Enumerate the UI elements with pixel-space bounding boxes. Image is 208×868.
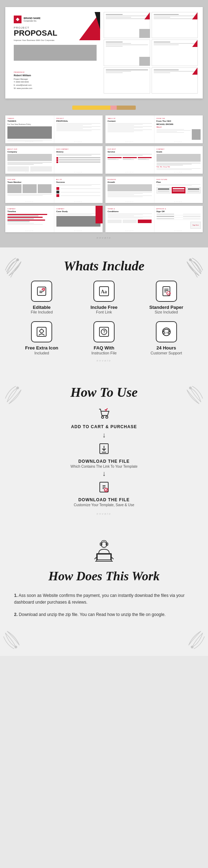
page-signoff: Approve & Sign Off [154,206,203,232]
step-download2-desc: Customize Your Template, Save & Use [74,503,134,507]
page-thanks: Thanks THANKS For Your New Business Poli… [5,115,54,144]
pages-row-2: About Our Company envato Our Company His… [5,146,203,174]
cover-thumbnails [104,12,198,94]
svg-rect-14 [37,327,46,336]
include-extra-icon: Free Extra Icon Included [14,321,69,355]
step-download2: DOWNLOAD THE FILE Customize Your Templat… [74,478,134,507]
cover-left: BRAND NAME Corporate Inc. PROJECT PROPOS… [10,12,100,94]
include-grid: Editable File Included Aa Include Free F… [0,277,208,355]
case-img [56,216,101,227]
svg-text:Aa: Aa [101,289,107,294]
support-icon-box: 24 [156,321,177,342]
font-subtitle: Font Link [96,310,112,314]
step-download1-title: DOWNLOAD THE FILE [78,459,130,464]
thumb-lines-5 [104,68,149,75]
svg-point-34 [104,488,108,492]
goals-img [157,154,201,162]
pencil-decoration [72,106,136,110]
page-case-study: Company Case Study envato [54,206,103,232]
floral-how-right [176,381,204,406]
spread-timeline: Company Timeline envato Company [5,206,103,232]
support-icon: 24 [161,326,172,337]
work-person-icon-container [90,538,118,566]
how-work-title: How Does This Work [7,569,201,583]
step-download1-desc: Which Contains The Link To Your Template [71,465,137,468]
extra-icon-title: Free Extra Icon [25,345,58,351]
work-point-2: 2. Download and unzip the zip file. You … [14,611,194,618]
plan-box-1 [157,187,171,193]
growth-img [108,184,152,191]
download-icon [98,442,110,455]
paper-subtitle: Size Included [155,310,178,314]
step-arrow-1: ↓ [102,431,106,438]
floral-left-decoration [4,253,32,277]
stat-box-1 [7,166,29,172]
editable-title: Editable [33,305,51,310]
thumb-3 [104,40,150,66]
svg-point-44 [191,646,193,648]
cart-icon-container [95,405,113,423]
svg-point-27 [189,387,191,389]
page-service: Our Best Service [105,146,154,174]
svg-point-28 [102,416,104,418]
spread-conditions: Terms & Conditions envato Approve & [105,206,203,232]
page-history: Our Company History [54,146,103,174]
edit-icon [36,286,47,297]
step-download1: DOWNLOAD THE FILE Which Contains The Lin… [71,440,137,468]
svg-rect-37 [97,554,111,560]
envato-watermark-how: envato [0,511,208,516]
how-work-header: How Does This Work [0,534,208,589]
paper-icon-box: A0 [156,281,177,302]
cover-person-photo [14,45,97,61]
editable-icon-box [31,281,52,302]
svg-rect-24 [169,331,170,334]
stat-box-2 [30,166,52,172]
paper-title: Standerd Paper [149,305,183,310]
whats-include-title: Whats Include [7,258,201,274]
team-photo-1 [7,184,22,193]
page-company: About Our Company envato [5,146,54,174]
page-proposal-inner: Project PROPOSAL envato [54,115,103,144]
page-content: Table Of Content envato [105,115,154,144]
how-steps-container: ADD TO CART & PURCHASE ↓ DOWNLOAD THE FI… [0,405,208,507]
company-img [7,154,52,161]
thumb-img [139,29,150,38]
font-icon: Aa [98,286,110,297]
extra-icon-box [31,321,52,342]
thumb-img-3 [139,57,150,66]
font-icon-box: Aa [93,281,115,302]
faq-subtitle: Instruction File [91,351,117,355]
support-title: 24 Hours [157,345,176,351]
editable-subtitle: File Included [31,310,53,314]
spread-company: About Our Company envato Our Company His… [5,146,103,174]
thumb-lines-4 [152,40,197,47]
include-support: 24 24 Hours Customer Support [139,321,194,355]
pencil-bar [5,103,203,113]
ceo-img [192,129,201,140]
preview-section: BRAND NAME Corporate Inc. PROJECT PROPOS… [0,0,208,247]
support-subtitle: Customer Support [151,351,182,355]
how-to-use-title: How To Use [7,384,201,400]
thanks-img [7,126,52,139]
pages-row-3: Our New Team Member envato All Of Succes… [5,176,203,203]
faq-icon-box: ? [93,321,115,342]
team-photo-2 [23,184,37,193]
plan-box-2 [172,187,185,193]
how-to-use-section: How To Use ADD TO CART & PURCHASE ↓ [0,374,208,527]
cart-icon [98,408,110,420]
step-cart: ADD TO CART & PURCHASE [71,405,137,430]
include-font: Aa Include Free Font Link [77,281,132,315]
floral-bottom-left [2,629,30,654]
page-team: Our New Team Member envato [5,176,54,203]
how-work-section: How Does This Work 1. Ass soon as Websit… [0,527,208,656]
paper-icon: A0 [161,286,172,297]
work-point-1: 1. Ass soon as Website confirms the paym… [14,592,194,606]
whats-include-header: Whats Include [0,247,208,277]
spread-team: Our New Team Member envato All Of Succes… [5,176,103,203]
spread-content: Table Of Content envato From The From [105,115,203,144]
include-editable: Editable File Included [14,281,69,315]
font-title: Include Free [91,305,118,310]
spread-growth: Business Growth envato Our Future Plan [105,176,203,203]
pages-row-1: Thanks THANKS For Your New Business Poli… [5,115,203,144]
svg-text:?: ? [103,329,105,334]
